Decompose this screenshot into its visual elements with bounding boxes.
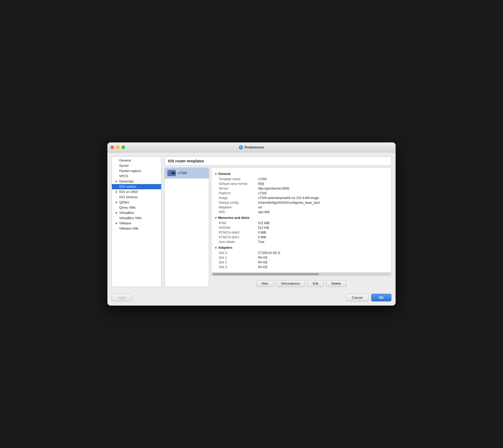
detail-row-label: NPE: xyxy=(219,210,258,214)
section-triangle: ▼ xyxy=(215,173,217,175)
detail-row-label: Slot 3: xyxy=(219,265,258,269)
section-label: Memories and disks xyxy=(218,216,250,220)
detail-row-value: http://gns3server:8000 xyxy=(258,187,289,190)
detail-row: Auto delete:True xyxy=(215,240,388,244)
chevron-icon: ▼ xyxy=(115,222,118,225)
sidebar-item-label: IOS routers xyxy=(119,185,136,189)
action-buttons: New Decompress Edit Delete xyxy=(211,278,391,287)
detail-row-value: c7200 xyxy=(258,177,267,181)
panel-header: IOS router templates xyxy=(165,157,391,165)
sidebar-item-dynamips[interactable]: ▼Dynamips xyxy=(112,179,161,184)
sidebar-item-qemu-vms[interactable]: Qemu VMs xyxy=(112,205,161,210)
svg-point-5 xyxy=(173,173,173,173)
sidebar-item-label: VirtualBox xyxy=(119,211,134,215)
detail-row: PCMCIA disk1:0 MiB xyxy=(215,235,388,240)
detail-row: RAM:512 MiB xyxy=(215,221,388,225)
sidebar-item-label: QEMU xyxy=(119,201,129,204)
template-item[interactable]: c7200 xyxy=(165,168,209,179)
section-label: General xyxy=(218,172,231,176)
detail-row-value: 512 KiB xyxy=(258,226,269,230)
sidebar-item-packet-capture[interactable]: Packet capture xyxy=(112,168,161,174)
detail-row: Default name format:R{0} xyxy=(215,181,388,186)
minimize-button[interactable] xyxy=(116,146,119,149)
cancel-button[interactable]: Cancel xyxy=(346,294,368,301)
detail-row-label: Slot 1: xyxy=(219,256,258,259)
detail-scroll[interactable]: ▼GeneralTemplate name:c7200Default name … xyxy=(211,168,391,272)
detail-row-label: Midplane: xyxy=(219,206,258,209)
detail-scrollbar[interactable] xyxy=(211,272,391,276)
bottom-right-buttons: Cancel OK xyxy=(346,294,391,301)
traffic-lights xyxy=(111,146,125,149)
sidebar-item-label: Packet capture xyxy=(119,169,141,173)
section-triangle: ▼ xyxy=(215,246,217,249)
section-triangle: ▼ xyxy=(215,217,217,219)
sidebar-item-label: VirtualBox VMs xyxy=(119,216,141,220)
detail-row-value: 0 MiB xyxy=(258,231,266,234)
chevron-icon: ▼ xyxy=(115,191,118,193)
sidebar-item-server[interactable]: Server xyxy=(112,163,161,168)
sidebar-item-qemu[interactable]: ▼QEMU xyxy=(112,200,161,205)
detail-row-label: Slot 2: xyxy=(219,261,258,264)
panel-body: c7200 ▼GeneralTemplate name:c7200Default… xyxy=(165,168,391,287)
router-svg xyxy=(171,170,176,176)
detail-row-label: RAM: xyxy=(219,221,258,225)
window-title: Preferences xyxy=(239,145,264,150)
detail-row-value: npe-400 xyxy=(258,210,270,214)
sidebar-item-virtualbox[interactable]: ▼VirtualBox xyxy=(112,210,161,215)
chevron-icon: ▼ xyxy=(115,212,118,214)
scrollbar-track xyxy=(212,273,390,275)
sidebar-item-vmware-vms[interactable]: VMware VMs xyxy=(112,226,161,231)
delete-button[interactable]: Delete xyxy=(326,280,346,287)
detail-row-label: Server: xyxy=(219,187,258,190)
sidebar-item-vmware[interactable]: ▼VMware xyxy=(112,221,161,226)
detail-row: Template name:c7200 xyxy=(215,177,388,181)
detail-row-label: Template name: xyxy=(219,177,258,181)
sidebar-item-label: Dynamips xyxy=(119,180,134,183)
router-icon xyxy=(167,170,176,176)
maximize-button[interactable] xyxy=(122,146,125,149)
sidebar-item-iou-devices[interactable]: IOU Devices xyxy=(112,195,161,200)
edit-button[interactable]: Edit xyxy=(307,280,324,287)
detail-row-value: 512 MiB xyxy=(258,221,270,225)
detail-row-value: PA-GE xyxy=(258,265,267,269)
detail-row-label: Startup-config: xyxy=(219,201,258,204)
detail-row-value: R{0} xyxy=(258,182,264,186)
section-label: Adapters xyxy=(218,246,232,250)
sidebar-item-general[interactable]: General xyxy=(112,158,161,163)
new-button[interactable]: New xyxy=(256,280,274,287)
template-list: c7200 xyxy=(165,168,209,287)
detail-row-label: PCMCIA disk1: xyxy=(219,235,258,239)
detail-row-value: c7200-adventerprisek9-mz.152-4.M9.image xyxy=(258,196,319,200)
detail-row: Slot 0:C7200-IO-GE-E xyxy=(215,251,388,255)
ok-button[interactable]: OK xyxy=(371,294,392,301)
detail-row: PCMCIA disk0:0 MiB xyxy=(215,230,388,235)
detail-row-label: NVRAM: xyxy=(219,226,258,230)
detail-row: NVRAM:512 KiB xyxy=(215,225,388,230)
detail-section-header-memories-disks: ▼Memories and disks xyxy=(215,216,388,220)
sidebar-item-ios-on-unix[interactable]: ▼IOS on UNIX xyxy=(112,189,161,195)
detail-row-value: /Users/dmfigol/GNS3/configs/ios_base_sta… xyxy=(258,201,320,204)
sidebar-item-ios-routers[interactable]: IOS routers xyxy=(112,184,161,189)
detail-panel: ▼GeneralTemplate name:c7200Default name … xyxy=(211,168,391,276)
decompress-button[interactable]: Decompress xyxy=(276,280,305,287)
detail-row-value: vxr xyxy=(258,206,262,209)
detail-row-value: 0 MiB xyxy=(258,235,266,239)
sidebar-item-vpcs[interactable]: VPCS xyxy=(112,174,161,179)
main-content: GeneralServerPacket captureVPCS▼Dynamips… xyxy=(107,152,396,291)
close-button[interactable] xyxy=(111,146,114,149)
detail-row-label: Platform: xyxy=(219,191,258,195)
detail-row: Slot 1:PA-GE xyxy=(215,255,388,260)
sidebar-item-label: General xyxy=(119,159,131,162)
chevron-icon: ▼ xyxy=(115,201,118,204)
detail-section-header-general: ▼General xyxy=(215,172,388,176)
sidebar-item-label: IOS on UNIX xyxy=(119,190,138,194)
chevron-icon: ▼ xyxy=(115,180,118,183)
detail-row: Server:http://gns3server:8000 xyxy=(215,186,388,191)
sidebar-item-label: VPCS xyxy=(119,174,128,178)
detail-row-label: PCMCIA disk0: xyxy=(219,231,258,234)
detail-row-value: True xyxy=(258,240,264,244)
sidebar-item-virtualbox-vms[interactable]: VirtualBox VMs xyxy=(112,215,161,221)
apply-button[interactable]: Apply xyxy=(112,294,132,301)
detail-row-value: c7200 xyxy=(258,191,267,195)
detail-row-label: Slot 0: xyxy=(219,251,258,255)
